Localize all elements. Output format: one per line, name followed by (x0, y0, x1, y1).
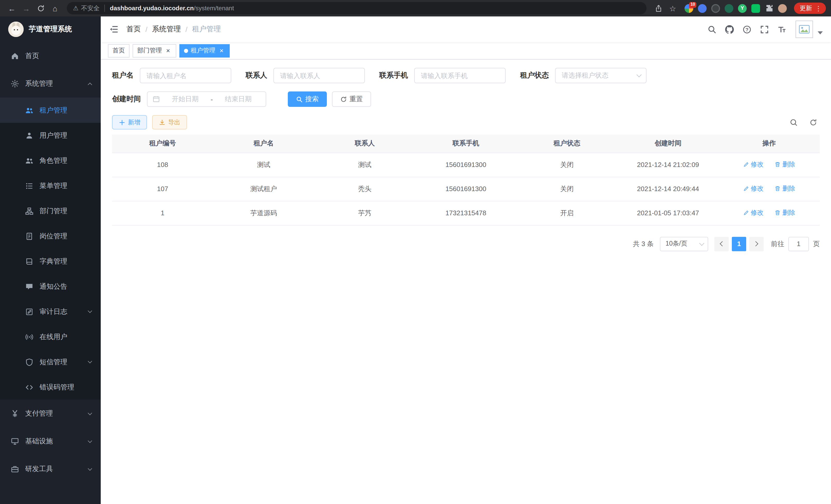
close-icon[interactable]: × (218, 47, 225, 54)
sidebar-item-sms-management[interactable]: 短信管理 (0, 349, 101, 375)
extension-badge: 10 (689, 2, 696, 7)
column-header-tenant-name: 租户名 (213, 135, 314, 153)
tenant-name-input[interactable] (140, 68, 231, 83)
address-bar[interactable]: ⚠ 不安全 dashboard.yudao.iocoder.cn/system/… (67, 2, 647, 14)
header-search-icon[interactable] (704, 22, 719, 37)
column-header-actions: 操作 (718, 135, 820, 153)
bookmark-star-icon[interactable]: ☆ (666, 2, 679, 15)
create-time-range-picker[interactable]: 开始日期 - 结束日期 (147, 91, 266, 107)
breadcrumb-system[interactable]: 系统管理 (152, 25, 181, 34)
sidebar-item-audit-log[interactable]: 审计日志 (0, 299, 101, 324)
chevron-up-icon (88, 83, 92, 87)
edit-link[interactable]: 修改 (743, 184, 764, 193)
date-range-separator: - (211, 95, 213, 103)
chrome-update-button[interactable]: 更新 ⋮ (794, 3, 826, 14)
back-icon[interactable]: ← (5, 2, 19, 15)
tab-tenant-management[interactable]: 租户管理 × (179, 44, 230, 57)
goto-page-input[interactable] (789, 237, 809, 251)
sidebar-item-home[interactable]: 首页 (0, 42, 101, 70)
forward-icon[interactable]: → (20, 2, 33, 15)
sidebar-item-notice[interactable]: 通知公告 (0, 274, 101, 299)
cell-created: 2021-01-05 17:03:47 (618, 201, 718, 225)
extension-icon-blue[interactable] (698, 4, 707, 12)
sidebar-item-dept-management[interactable]: 部门管理 (0, 198, 101, 224)
extension-icon-colorful[interactable]: 10 (685, 4, 693, 12)
toggle-search-icon[interactable] (787, 116, 800, 129)
sidebar-item-payment-management[interactable]: 支付管理 (0, 400, 101, 427)
add-button[interactable]: 新增 (112, 115, 147, 129)
tenant-name-label: 租户名 (112, 71, 134, 80)
app-logo[interactable]: 芋道管理系统 (0, 17, 101, 42)
page-size-select[interactable]: 10条/页 (660, 237, 708, 251)
breadcrumb-home[interactable]: 首页 (126, 25, 141, 34)
sidebar-item-user-management[interactable]: 用户管理 (0, 123, 101, 148)
sidebar-item-post-management[interactable]: 岗位管理 (0, 224, 101, 249)
page-1-button[interactable]: 1 (732, 237, 746, 251)
extensions-puzzle-icon[interactable] (765, 4, 773, 12)
sidebar-item-tenant-management[interactable]: 租户管理 (0, 98, 101, 123)
browser-home-icon[interactable]: ⌂ (48, 2, 62, 15)
contact-input[interactable] (274, 68, 365, 83)
sidebar-item-infrastructure[interactable]: 基础设施 (0, 427, 101, 455)
sidebar-item-label: 用户管理 (39, 131, 67, 140)
sidebar-item-label: 岗位管理 (39, 232, 67, 241)
reload-icon[interactable] (34, 2, 47, 15)
sidebar-item-role-management[interactable]: 角色管理 (0, 148, 101, 173)
delete-link[interactable]: 删除 (775, 209, 795, 217)
tab-dept-management[interactable]: 部门管理 × (133, 44, 176, 57)
sidebar-item-dev-tools[interactable]: 研发工具 (0, 455, 101, 483)
delete-link[interactable]: 删除 (775, 184, 795, 193)
avatar-caret-icon[interactable] (818, 31, 823, 34)
font-size-icon[interactable] (774, 22, 790, 37)
extension-icon-dark-ring[interactable] (711, 4, 720, 12)
tags-view: 首页 部门管理 × 租户管理 × (101, 42, 831, 60)
main-area: 首页 / 系统管理 / 租户管理 ? 首页 (101, 17, 831, 504)
update-label: 更新 (800, 4, 812, 12)
sidebar-item-online-users[interactable]: 在线用户 (0, 324, 101, 349)
add-button-label: 新增 (128, 118, 140, 127)
edit-link[interactable]: 修改 (743, 209, 764, 217)
sidebar-item-label: 短信管理 (39, 357, 67, 366)
chevron-down-icon (88, 439, 92, 443)
browser-menu-icon[interactable]: ⋮ (813, 4, 823, 12)
help-icon[interactable]: ? (739, 22, 754, 37)
sidebar-item-label: 错误码管理 (39, 383, 74, 392)
github-icon[interactable] (721, 22, 737, 37)
sidebar-item-label: 支付管理 (25, 409, 53, 418)
sidebar-item-system-management[interactable]: 系统管理 (0, 70, 101, 98)
extension-icon-darkgreen[interactable] (725, 4, 733, 12)
sidebar-item-label: 角色管理 (39, 156, 67, 165)
cell-contact: 测试 (314, 153, 415, 177)
extension-icon-green-square[interactable] (751, 4, 760, 12)
breadcrumb: 首页 / 系统管理 / 租户管理 (126, 25, 221, 34)
delete-link[interactable]: 删除 (775, 160, 795, 169)
prev-page-button[interactable] (714, 237, 729, 251)
tab-home[interactable]: 首页 (108, 44, 130, 57)
close-icon[interactable]: × (165, 47, 172, 54)
next-page-button[interactable] (749, 237, 764, 251)
reset-button[interactable]: 重置 (332, 91, 371, 107)
edit-link[interactable]: 修改 (743, 160, 764, 169)
sidebar-item-error-code-management[interactable]: 错误码管理 (0, 375, 101, 400)
cell-actions: 修改 删除 (718, 153, 820, 177)
user-avatar[interactable] (796, 21, 813, 38)
breadcrumb-separator: / (145, 25, 147, 33)
refresh-table-icon[interactable] (806, 116, 820, 129)
extension-icon-green-y[interactable]: Y (738, 4, 747, 12)
sidebar-item-dict-management[interactable]: 字典管理 (0, 249, 101, 274)
sidebar-item-label: 部门管理 (39, 206, 67, 215)
table-row: 108 测试 测试 15601691300 关闭 2021-12-14 21:0… (112, 153, 820, 177)
search-button[interactable]: 搜索 (288, 91, 327, 107)
phone-input[interactable] (414, 68, 506, 83)
sidebar-toggle-icon[interactable] (101, 17, 126, 42)
breadcrumb-current: 租户管理 (192, 25, 221, 34)
export-button[interactable]: 导出 (152, 115, 187, 129)
profile-avatar-icon[interactable] (778, 4, 787, 12)
fullscreen-icon[interactable] (756, 22, 772, 37)
url-host: dashboard.yudao.iocoder.cn (110, 5, 194, 12)
extensions-area: 10 Y (685, 4, 787, 12)
omnibox-divider (104, 5, 105, 12)
tenant-status-select[interactable]: 请选择租户状态 (555, 68, 647, 83)
sidebar-item-menu-management[interactable]: 菜单管理 (0, 173, 101, 198)
share-icon[interactable] (652, 2, 665, 15)
